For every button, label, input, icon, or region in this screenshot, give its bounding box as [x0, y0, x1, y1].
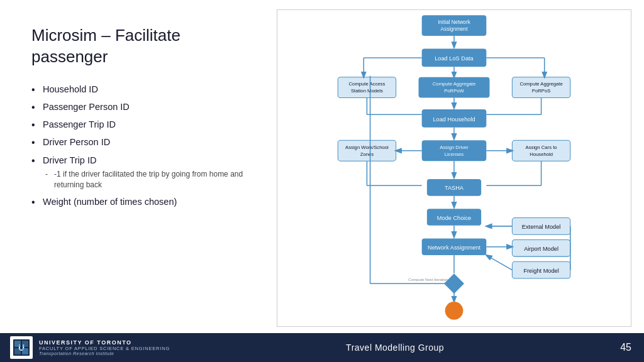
svg-rect-74: [14, 348, 21, 354]
slide-title: Microsim – Facilitate passenger: [31, 25, 252, 68]
logo-text-area: UNIVERSITY OF TORONTO FACULTY OF APPLIED…: [39, 339, 170, 356]
svg-text:PoRPoW: PoRPoW: [444, 88, 464, 94]
institute-name: Transportation Research Institute: [39, 351, 170, 356]
svg-text:Assign Cars to: Assign Cars to: [526, 145, 557, 150]
svg-text:Assign Driver: Assign Driver: [440, 145, 469, 150]
list-item: Passenger Trip ID: [31, 118, 252, 131]
svg-text:Assign Work/School: Assign Work/School: [345, 145, 389, 150]
svg-rect-34: [512, 140, 570, 161]
svg-text:Assignment: Assignment: [441, 26, 469, 32]
footer: U UNIVERSITY OF TORONTO FACULTY OF APPLI…: [0, 333, 644, 362]
logo-icon: U: [12, 338, 31, 357]
university-logo: U: [10, 336, 33, 359]
svg-text:Freight Model: Freight Model: [523, 268, 558, 274]
sub-list-item: -1 if the driver facilitated the trip by…: [43, 169, 252, 190]
svg-rect-12: [419, 77, 490, 98]
left-panel: Microsim – Facilitate passenger Househol…: [0, 0, 270, 333]
svg-rect-75: [22, 348, 28, 354]
svg-text:External Model: External Model: [522, 224, 561, 230]
svg-text:Initial Network: Initial Network: [438, 19, 470, 25]
list-item: Driver Person ID: [31, 136, 252, 148]
list-item: Passenger Person ID: [31, 101, 252, 113]
bullet-list: Household ID Passenger Person ID Passeng…: [31, 83, 252, 208]
svg-text:TASHA: TASHA: [445, 185, 464, 191]
page-number: 45: [620, 342, 631, 353]
footer-center: Travel Modelling Group: [346, 343, 444, 353]
svg-text:Load Household: Load Household: [433, 116, 475, 123]
group-name: Travel Modelling Group: [346, 343, 444, 353]
svg-rect-8: [338, 77, 396, 98]
svg-rect-73: [22, 341, 28, 347]
svg-text:Zones: Zones: [360, 151, 374, 157]
svg-text:Compute Aggregate: Compute Aggregate: [519, 81, 562, 87]
svg-rect-31: [422, 140, 487, 161]
svg-text:Compute Aggregate: Compute Aggregate: [433, 81, 475, 87]
list-item: Weight (number of times chosen): [31, 195, 252, 208]
svg-text:Airport Model: Airport Model: [524, 246, 558, 252]
slide: Microsim – Facilitate passenger Househol…: [0, 0, 644, 333]
svg-text:Mode Choice: Mode Choice: [437, 215, 471, 221]
svg-rect-0: [422, 15, 487, 36]
diagram-container: Initial Network Assignment Load LoS Data…: [277, 9, 631, 327]
faculty-name: FACULTY OF APPLIED SCIENCE & ENGINEERING: [39, 346, 170, 351]
svg-line-62: [486, 255, 512, 270]
svg-rect-65: [444, 273, 464, 293]
sub-bullet-list: -1 if the driver facilitated the trip by…: [43, 169, 252, 190]
footer-left: U UNIVERSITY OF TORONTO FACULTY OF APPLI…: [10, 336, 170, 359]
list-item: Driver Trip ID -1 if the driver facilita…: [31, 154, 252, 190]
svg-text:Load LoS Data: Load LoS Data: [435, 55, 474, 62]
svg-text:Network Assignment: Network Assignment: [428, 244, 480, 251]
university-name: UNIVERSITY OF TORONTO: [39, 339, 170, 346]
svg-text:Household: Household: [530, 151, 553, 157]
svg-text:PoRPoS: PoRPoS: [532, 88, 551, 94]
svg-point-67: [445, 302, 464, 320]
svg-text:Compute Access: Compute Access: [349, 81, 386, 87]
diagram-svg: Initial Network Assignment Load LoS Data…: [277, 10, 631, 326]
list-item: Household ID: [31, 83, 252, 96]
svg-text:Compute Next Iteration: Compute Next Iteration: [408, 277, 448, 282]
svg-rect-72: [14, 341, 21, 347]
svg-rect-28: [338, 140, 396, 161]
svg-text:Station Models: Station Models: [351, 88, 383, 94]
svg-rect-16: [512, 77, 570, 98]
svg-text:Licenses: Licenses: [445, 151, 464, 157]
right-panel: Initial Network Assignment Load LoS Data…: [270, 0, 644, 333]
